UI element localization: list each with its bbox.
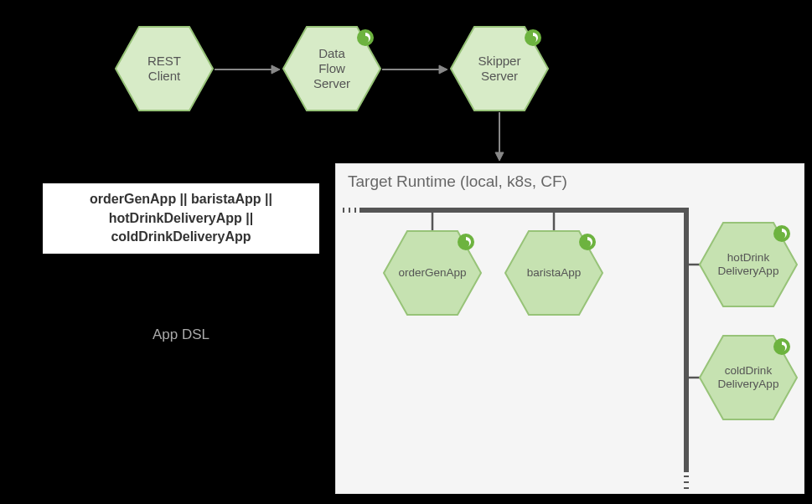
spring-icon: [773, 224, 791, 243]
skipper-server-label: Skipper Server: [478, 54, 521, 84]
spring-icon: [524, 28, 542, 47]
spring-icon: [457, 233, 475, 251]
svg-point-8: [525, 29, 541, 46]
data-flow-server-label: Data Flow Server: [313, 46, 350, 91]
svg-point-20: [458, 234, 474, 250]
spring-icon: [578, 233, 597, 251]
app-dsl-text: orderGenApp || baristaApp || hotDrinkDel…: [49, 190, 313, 246]
app-dsl-caption: App DSL: [43, 327, 319, 343]
rest-client-label: REST Client: [147, 54, 181, 84]
hex-baristaapp: baristaApp: [504, 229, 604, 316]
arrow-dataflow-to-skipper: [382, 64, 449, 75]
target-runtime-box: Target Runtime (local, k8s, CF): [335, 163, 804, 494]
pipeline-bars: [336, 164, 805, 495]
hex-colddrinkdeliveryapp: coldDrink DeliveryApp: [698, 334, 799, 421]
colddrinkdeliveryapp-label: coldDrink DeliveryApp: [718, 364, 779, 391]
svg-point-24: [773, 225, 790, 242]
spring-icon: [773, 337, 791, 356]
spring-icon: [356, 28, 375, 47]
app-dsl-box: orderGenApp || baristaApp || hotDrinkDel…: [43, 183, 319, 254]
hex-skipper-server: Skipper Server: [449, 25, 550, 112]
svg-marker-6: [439, 65, 447, 74]
svg-point-4: [357, 29, 374, 46]
hotdrinkdeliveryapp-label: hotDrink DeliveryApp: [718, 251, 779, 278]
arrow-rest-to-dataflow: [215, 64, 282, 75]
hex-hotdrinkdeliveryapp: hotDrink DeliveryApp: [698, 221, 799, 308]
hex-ordergenapp: orderGenApp: [382, 229, 483, 316]
ordergenapp-label: orderGenApp: [398, 266, 466, 280]
baristaapp-label: baristaApp: [527, 266, 582, 280]
svg-point-26: [773, 338, 790, 355]
arrow-skipper-to-runtime: [494, 112, 505, 162]
hex-data-flow-server: Data Flow Server: [282, 25, 382, 112]
hex-rest-client: REST Client: [114, 25, 215, 112]
svg-marker-10: [495, 152, 504, 161]
svg-marker-2: [272, 65, 280, 74]
svg-point-22: [579, 234, 596, 250]
